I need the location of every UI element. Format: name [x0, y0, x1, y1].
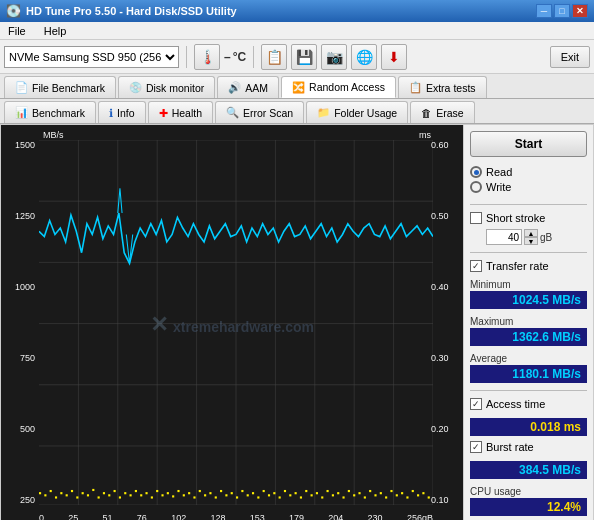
minimize-button[interactable]: ─	[536, 4, 552, 18]
svg-rect-63	[284, 490, 286, 492]
globe-icon[interactable]: 🌐	[351, 44, 377, 70]
svg-rect-60	[268, 494, 270, 496]
x-label-10: 256gB	[407, 513, 433, 520]
svg-rect-79	[369, 490, 371, 492]
copy-icon[interactable]: 📋	[261, 44, 287, 70]
menu-file[interactable]: File	[4, 22, 30, 39]
tab-health[interactable]: ✚ Health	[148, 101, 213, 123]
divider-3	[470, 390, 587, 391]
close-button[interactable]: ✕	[572, 4, 588, 18]
y-label-right-5: 0.10	[431, 495, 449, 505]
exit-button[interactable]: Exit	[550, 46, 590, 68]
gb-spinner: ▲ ▼ gB	[486, 229, 587, 245]
short-stroke-checkbox[interactable]	[470, 212, 482, 224]
x-label-2: 51	[103, 513, 113, 520]
svg-rect-72	[332, 494, 334, 496]
spin-down[interactable]: ▼	[524, 237, 538, 245]
average-block: Average 1180.1 MB/s	[470, 353, 587, 383]
y-label-right-0: 0.60	[431, 140, 449, 150]
minimum-block: Minimum 1024.5 MB/s	[470, 279, 587, 309]
tab-folder-usage[interactable]: 📁 Folder Usage	[306, 101, 408, 123]
svg-rect-41	[167, 492, 169, 494]
disk-monitor-icon: 💿	[129, 81, 142, 94]
x-label-4: 102	[171, 513, 186, 520]
svg-rect-42	[172, 495, 174, 497]
tab-error-scan[interactable]: 🔍 Error Scan	[215, 101, 304, 123]
svg-rect-34	[130, 494, 132, 496]
x-axis: 0 25 51 76 102 128 153 179 204 230 256gB	[39, 513, 433, 520]
maximum-value: 1362.6 MB/s	[470, 328, 587, 346]
svg-rect-21	[60, 492, 62, 494]
menu-help[interactable]: Help	[40, 22, 71, 39]
tab-benchmark[interactable]: 📊 Benchmark	[4, 101, 96, 123]
svg-rect-89	[422, 492, 424, 494]
average-value: 1180.1 MB/s	[470, 365, 587, 383]
maximum-label: Maximum	[470, 316, 587, 327]
svg-rect-33	[124, 492, 126, 494]
svg-rect-81	[380, 492, 382, 494]
write-radio[interactable]	[470, 181, 482, 193]
burst-rate-checkbox[interactable]: ✓	[470, 441, 482, 453]
read-label: Read	[486, 166, 512, 178]
read-radio-item[interactable]: Read	[470, 166, 587, 178]
svg-rect-85	[401, 492, 403, 494]
tab-erase[interactable]: 🗑 Erase	[410, 101, 474, 123]
drive-select[interactable]: NVMe Samsung SSD 950 (256 gB)	[4, 46, 179, 68]
spin-up[interactable]: ▲	[524, 229, 538, 237]
tab-random-access[interactable]: 🔀 Random Access	[281, 76, 396, 98]
svg-rect-69	[316, 492, 318, 494]
menu-bar: File Help	[0, 22, 594, 40]
tab-file-benchmark[interactable]: 📄 File Benchmark	[4, 76, 116, 98]
minimum-label: Minimum	[470, 279, 587, 290]
tabs-row2: 📊 Benchmark ℹ Info ✚ Health 🔍 Error Scan…	[0, 99, 594, 124]
tab-extra-tests[interactable]: 📋 Extra tests	[398, 76, 487, 98]
svg-rect-44	[183, 494, 185, 496]
download-icon[interactable]: ⬇	[381, 44, 407, 70]
svg-rect-39	[156, 490, 158, 492]
extra-tests-icon: 📋	[409, 81, 422, 94]
save-icon[interactable]: 💾	[291, 44, 317, 70]
svg-rect-24	[76, 496, 78, 498]
svg-rect-66	[300, 496, 302, 498]
burst-rate-value: 384.5 MB/s	[470, 461, 587, 479]
svg-rect-43	[177, 490, 179, 492]
svg-rect-22	[66, 494, 68, 496]
svg-rect-71	[327, 490, 329, 492]
tab-info[interactable]: ℹ Info	[98, 101, 146, 123]
cpu-usage-value: 12.4%	[470, 498, 587, 516]
gb-input[interactable]	[486, 229, 522, 245]
svg-rect-31	[114, 490, 116, 492]
maximize-button[interactable]: □	[554, 4, 570, 18]
svg-rect-80	[374, 494, 376, 496]
y-label-left-2: 1000	[15, 282, 35, 292]
short-stroke-item[interactable]: Short stroke	[470, 212, 587, 224]
write-radio-item[interactable]: Write	[470, 181, 587, 193]
y-label-left-3: 750	[20, 353, 35, 363]
transfer-rate-item[interactable]: ✓ Transfer rate	[470, 260, 587, 272]
thermometer-icon[interactable]: 🌡️	[194, 44, 220, 70]
svg-rect-53	[231, 492, 233, 494]
burst-rate-item[interactable]: ✓ Burst rate	[470, 441, 587, 453]
camera-icon[interactable]: 📷	[321, 44, 347, 70]
svg-rect-40	[161, 494, 163, 496]
right-panel: Start Read Write Short stroke ▲ ▼ gB	[463, 125, 593, 520]
x-label-8: 204	[328, 513, 343, 520]
svg-rect-61	[273, 492, 275, 494]
x-label-5: 128	[210, 513, 225, 520]
access-time-item[interactable]: ✓ Access time	[470, 398, 587, 410]
start-button[interactable]: Start	[470, 131, 587, 157]
svg-rect-76	[353, 494, 355, 496]
random-access-icon: 🔀	[292, 81, 305, 94]
svg-rect-19	[50, 490, 52, 492]
tab-aam[interactable]: 🔊 AAM	[217, 76, 279, 98]
toolbar: NVMe Samsung SSD 950 (256 gB) 🌡️ – °C 📋 …	[0, 40, 594, 74]
tab-disk-monitor[interactable]: 💿 Disk monitor	[118, 76, 215, 98]
svg-rect-54	[236, 496, 238, 498]
folder-usage-icon: 📁	[317, 106, 330, 119]
access-time-checkbox[interactable]: ✓	[470, 398, 482, 410]
svg-rect-55	[241, 490, 243, 492]
chart-area: 1500 1250 1000 750 500 250 MB/s ms	[1, 125, 463, 520]
transfer-rate-checkbox[interactable]: ✓	[470, 260, 482, 272]
read-write-group: Read Write	[470, 166, 587, 193]
read-radio[interactable]	[470, 166, 482, 178]
